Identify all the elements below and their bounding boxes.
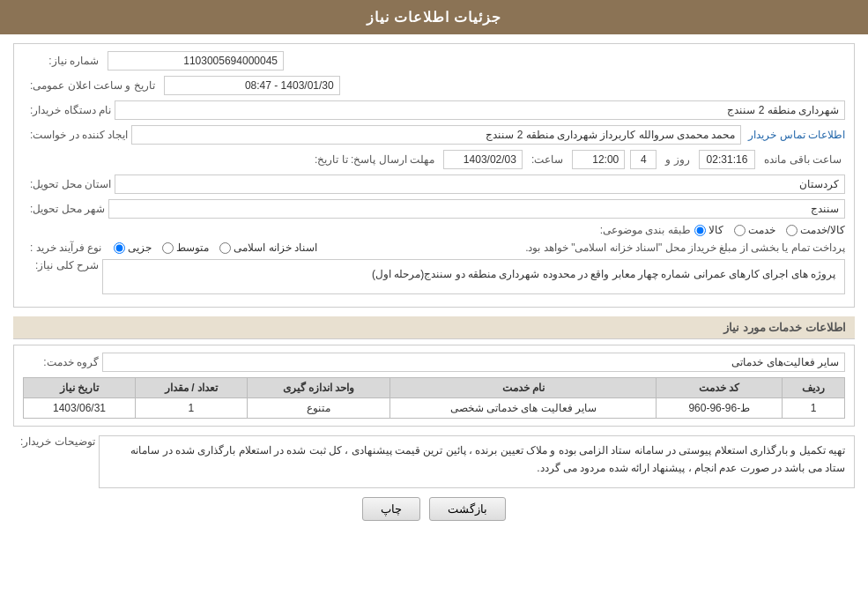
countdown-value: 02:31:16 — [699, 150, 756, 169]
services-section-title: اطلاعات خدمات مورد نیاز — [13, 316, 855, 339]
ایجاد-label: ایجاد کننده در خواست: — [23, 129, 131, 141]
radio-اسناد[interactable]: اسناد خزانه اسلامی — [219, 241, 317, 254]
radio-خدمت-input[interactable] — [734, 225, 746, 236]
تماس-خریدار-link[interactable]: اطلاعات تماس خریدار — [748, 129, 845, 141]
row-گروه-خدمت: سایر فعالیت‌های خدماتی گروه خدمت: — [23, 353, 845, 372]
print-button[interactable]: چاپ — [362, 497, 420, 521]
توضیحات-value: تهیه تکمیل و بارگذاری استعلام پیوستی در … — [99, 435, 855, 488]
گروه-خدمت-value: سایر فعالیت‌های خدماتی — [102, 353, 845, 372]
radio-خدمت[interactable]: خدمت — [734, 224, 775, 236]
col-نام-خدمت: نام خدمت — [390, 378, 657, 398]
row-ایجاد: اطلاعات تماس خریدار محمد محمدی سروالله ک… — [23, 125, 845, 145]
radio-متوسط-label: متوسط — [176, 241, 209, 254]
گروه-خدمت-label: گروه خدمت: — [23, 356, 102, 368]
col-تعداد: تعداد / مقدار — [135, 378, 247, 398]
طبقه-label: طبقه بندی موضوعی: — [593, 224, 694, 236]
row-توضیحات: تهیه تکمیل و بارگذاری استعلام پیوستی در … — [13, 435, 855, 488]
row-طبقه: کالا/خدمت خدمت کالا طبقه بندی موضوعی: — [23, 224, 845, 236]
radio-کالا-خدمت-input[interactable] — [786, 225, 798, 236]
col-تاریخ-نیاز: تاریخ نیاز — [24, 378, 136, 398]
radio-کالا-label: کالا — [708, 224, 723, 236]
radio-متوسط-input[interactable] — [162, 242, 174, 254]
page-container: جزئیات اطلاعات نیاز 1103005694000045 شما… — [0, 0, 868, 609]
table-row: 1 ط-96-96-960 سایر فعالیت های خدماتی شخص… — [24, 398, 845, 419]
تاریخ-label: تاریخ و ساعت اعلان عمومی: — [23, 79, 159, 92]
دستگاه-value: شهرداری منطقه 2 سنندج — [115, 100, 845, 120]
row-شماره-نیاز: 1103005694000045 شماره نیاز: — [23, 51, 845, 71]
process-note: پرداخت تمام یا بخشی از مبلغ خریداز محل "… — [317, 241, 845, 254]
row-دستگاه: شهرداری منطقه 2 سنندج نام دستگاه خریدار: — [23, 100, 845, 120]
ساعت-value: 12:00 — [572, 150, 625, 169]
cell-تعداد: 1 — [135, 398, 247, 419]
row-مهلت: ساعت باقی مانده 02:31:16 روز و 4 12:00 س… — [23, 150, 845, 169]
شماره-نیاز-value: 1103005694000045 — [108, 51, 284, 71]
تاریخ-value: 1403/01/30 - 08:47 — [164, 76, 340, 95]
services-block: سایر فعالیت‌های خدماتی گروه خدمت: ردیف ک… — [13, 345, 855, 427]
cell-ردیف: 1 — [783, 398, 845, 419]
row-شرح: پروژه های اجرای کارهای عمرانی شماره چهار… — [23, 259, 845, 294]
شرح-label: شرح کلی نیاز: — [23, 259, 102, 271]
استان-label: استان محل تحویل: — [23, 178, 115, 190]
radio-جزیی[interactable]: جزیی — [114, 241, 152, 254]
radio-متوسط[interactable]: متوسط — [162, 241, 209, 254]
فرآیند-label: نوع فرآیند خرید : — [23, 241, 105, 254]
شهر-label: شهر محل تحویل: — [23, 203, 108, 215]
ساعت-label: ساعت: — [528, 153, 567, 166]
col-کد-خدمت: کد خدمت — [657, 378, 783, 398]
services-table: ردیف کد خدمت نام خدمت واحد اندازه گیری ت… — [23, 377, 845, 419]
button-row: بازگشت چاپ — [13, 497, 855, 521]
radio-جزیی-label: جزیی — [128, 241, 152, 254]
روز-value: 4 — [630, 150, 657, 169]
row-تاریخ: 1403/01/30 - 08:47 تاریخ و ساعت اعلان عم… — [23, 76, 845, 95]
ایجاد-value: محمد محمدی سروالله کاربرداز شهرداری منطق… — [131, 125, 741, 145]
دستگاه-label: نام دستگاه خریدار: — [23, 104, 115, 116]
col-واحد: واحد اندازه گیری — [247, 378, 390, 398]
شرح-value: پروژه های اجرای کارهای عمرانی شماره چهار… — [102, 259, 845, 294]
main-content: 1103005694000045 شماره نیاز: 1403/01/30 … — [0, 34, 868, 538]
radio-جزیی-input[interactable] — [114, 242, 125, 254]
شماره-نیاز-label: شماره نیاز: — [23, 55, 102, 67]
cell-تاریخ: 1403/06/31 — [24, 398, 136, 419]
form-block: 1103005694000045 شماره نیاز: 1403/01/30 … — [13, 43, 855, 308]
cell-واحد: متنوع — [247, 398, 390, 419]
radio-کالا-input[interactable] — [694, 225, 706, 236]
cell-کد-خدمت: ط-96-96-960 — [657, 398, 783, 419]
radio-کالا-خدمت-label: کالا/خدمت — [800, 224, 845, 236]
back-button[interactable]: بازگشت — [429, 497, 506, 521]
radio-group-فرآیند: اسناد خزانه اسلامی متوسط جزیی — [114, 241, 317, 254]
page-header: جزئیات اطلاعات نیاز — [0, 0, 868, 34]
col-ردیف: ردیف — [783, 378, 845, 398]
radio-کالا[interactable]: کالا — [694, 224, 723, 236]
استان-value: کردستان — [115, 175, 845, 194]
page-title: جزئیات اطلاعات نیاز — [367, 10, 502, 25]
row-شهر: سنندج شهر محل تحویل: — [23, 199, 845, 219]
شهر-value: سنندج — [108, 199, 845, 219]
توضیحات-label: توضیحات خریدار: — [13, 435, 99, 448]
radio-خدمت-label: خدمت — [748, 224, 775, 236]
radio-اسناد-input[interactable] — [219, 242, 231, 254]
باقی-مانده-label: ساعت باقی مانده — [760, 153, 845, 166]
radio-group-طبقه: کالا/خدمت خدمت کالا — [694, 224, 845, 236]
مهلت-label: مهلت ارسال پاسخ: تا تاریخ: — [308, 153, 438, 166]
radio-کالا-خدمت[interactable]: کالا/خدمت — [786, 224, 845, 236]
radio-اسناد-label: اسناد خزانه اسلامی — [234, 241, 317, 254]
روز-label: روز و — [662, 153, 693, 166]
countdown-section: ساعت باقی مانده 02:31:16 روز و 4 12:00 س… — [443, 150, 845, 169]
cell-نام-خدمت: سایر فعالیت های خدماتی شخصی — [390, 398, 657, 419]
row-فرآیند: پرداخت تمام یا بخشی از مبلغ خریداز محل "… — [23, 241, 845, 254]
مهلت-date-value: 1403/02/03 — [443, 150, 523, 169]
row-استان: کردستان استان محل تحویل: — [23, 175, 845, 194]
